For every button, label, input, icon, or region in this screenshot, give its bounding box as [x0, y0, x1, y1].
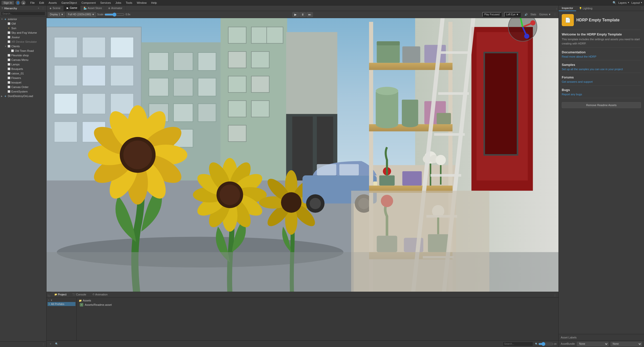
- menu-jobs[interactable]: Jobs: [113, 1, 123, 5]
- animator-tab-icon: ⊕: [108, 7, 110, 10]
- layers-dropdown[interactable]: Layers ▼: [618, 1, 629, 4]
- menu-gameobject[interactable]: GameObject: [59, 1, 79, 5]
- assets-add-button[interactable]: +: [49, 342, 53, 346]
- tree-item-clients[interactable]: ▼ ⬜ Clients: [0, 44, 46, 49]
- gizmos-button[interactable]: Gizmos ▼: [538, 12, 552, 17]
- tree-item-flowers[interactable]: ⬜ Flowers: [0, 76, 46, 80]
- tab-game[interactable]: ▶ Game: [64, 5, 80, 11]
- tree-item-caisse[interactable]: ⬜ caisse_01: [0, 71, 46, 76]
- right-panel-options-button[interactable]: ⋮: [640, 6, 644, 10]
- left-eye-button[interactable]: Left Eye ▼: [504, 12, 520, 17]
- go-icon-bouquets: ⬜: [7, 67, 11, 71]
- tab-animator[interactable]: ⊕ Animator: [105, 5, 126, 11]
- svg-point-78: [220, 185, 240, 205]
- tree-item-eventsystem[interactable]: ⬜ EventSystem: [0, 89, 46, 94]
- menu-services[interactable]: Services: [98, 1, 113, 5]
- tab-scene[interactable]: ◈ Scene: [47, 5, 64, 11]
- game-viewport[interactable]: [47, 18, 558, 292]
- svg-rect-39: [228, 76, 246, 93]
- bottom-tabs-bar: ⬛ 📁 Project ⬛ Console ⏱ Animation ⋮: [47, 292, 558, 297]
- search-icon[interactable]: 🔍: [613, 1, 616, 5]
- tree-item-lamps[interactable]: ⬜ Lamps: [0, 62, 46, 67]
- hierarchy-collapse-icon[interactable]: ☰: [2, 7, 3, 9]
- cloud-icon[interactable]: ☁: [21, 1, 26, 5]
- right-tab-lighting[interactable]: 💡 Lighting: [576, 6, 595, 11]
- bottom-tab-animation[interactable]: ⏱ Animation: [89, 292, 111, 297]
- tree-item-sky[interactable]: ⬜ Sky and Fog Volume: [0, 30, 46, 35]
- account-icon[interactable]: 👤: [16, 1, 20, 5]
- asset-bundle-select[interactable]: None: [577, 342, 608, 346]
- resolution-button[interactable]: Full HD (1920x1080) ▼: [66, 12, 96, 17]
- menu-file[interactable]: File: [28, 1, 37, 5]
- tree-item-gm[interactable]: ⬜ GM: [0, 21, 46, 26]
- svg-rect-17: [110, 94, 134, 114]
- assets-search-input[interactable]: [503, 342, 533, 346]
- menu-edit[interactable]: Edit: [37, 1, 46, 5]
- svg-rect-38: [251, 52, 269, 68]
- tab-assetstore[interactable]: 🏪 Asset Store: [80, 5, 105, 11]
- play-focused-button[interactable]: Play Focused: [482, 12, 502, 17]
- display-chevron-icon: ▼: [61, 13, 63, 16]
- assets-folder-icon: 📁: [79, 299, 82, 302]
- hierarchy-options-button[interactable]: ⋮: [41, 7, 45, 10]
- asset-item-readme[interactable]: ✦ Assets/Readme.asset: [79, 302, 556, 307]
- svg-rect-13: [82, 65, 105, 86]
- hierarchy-add-button[interactable]: +: [37, 7, 40, 10]
- scale-slider[interactable]: [104, 13, 125, 16]
- tree-item-fleuriste[interactable]: ⬜ Fleuriste shop: [0, 53, 46, 58]
- zoom-slider[interactable]: [538, 343, 553, 345]
- menu-window[interactable]: Window: [135, 1, 149, 5]
- light-icon-sun: ☀: [7, 26, 11, 30]
- documentation-link[interactable]: Read more about the HDRP: [562, 55, 596, 58]
- tree-item-dontdestroy[interactable]: ▶ ◈ DontDestroyOnLoad: [0, 94, 46, 98]
- tree-item-sun[interactable]: ☀ Sun: [0, 26, 46, 30]
- tree-item-joueur[interactable]: ⬜ Joueur: [0, 35, 46, 39]
- scale-label: Scale: [97, 13, 103, 16]
- display-button[interactable]: Display 1 ▼: [48, 12, 65, 17]
- svg-point-64: [123, 141, 152, 169]
- asset-variant-select[interactable]: None: [611, 342, 642, 346]
- menu-component[interactable]: Component: [79, 1, 98, 5]
- tree-item-xr[interactable]: ⬜ XR Device Simulator: [0, 39, 46, 44]
- viewport-options-button[interactable]: ⋮: [553, 13, 557, 17]
- svg-rect-90: [339, 164, 359, 176]
- bottom-tab-console[interactable]: ⬛ Console: [69, 292, 89, 297]
- tab-scene-label: Scene: [53, 7, 60, 10]
- menu-tools[interactable]: Tools: [124, 1, 134, 5]
- tree-item-exterior[interactable]: ▼ ◈ exterior: [0, 17, 46, 21]
- assets-search-button[interactable]: 🔍: [55, 342, 59, 346]
- animation-tab-icon: ⏱: [92, 293, 95, 296]
- center-tabs-options-button[interactable]: ⋮: [554, 7, 558, 11]
- bottom-panel-options-button[interactable]: ⋮: [553, 293, 557, 297]
- bugs-link[interactable]: Report any bugs: [562, 93, 582, 96]
- sign-in-button[interactable]: Sign In: [2, 1, 14, 5]
- tree-item-canvasorder[interactable]: ⬜ Canvas Order: [0, 85, 46, 89]
- svg-rect-112: [437, 113, 451, 124]
- svg-rect-41: [228, 101, 246, 117]
- forums-link[interactable]: Get answers and support: [562, 80, 593, 83]
- project-item-all-prefabs[interactable]: ● All Prefabs: [48, 302, 75, 306]
- step-button[interactable]: ⏭: [306, 12, 313, 17]
- layout-dropdown[interactable]: Layout ▼: [631, 1, 642, 4]
- tree-item-bouquets[interactable]: ⬜ Bouquets: [0, 67, 46, 71]
- hierarchy-search-input[interactable]: [1, 12, 45, 16]
- tree-label-flowers: Flowers: [11, 76, 21, 79]
- right-tab-inspector[interactable]: Inspector: [559, 6, 576, 11]
- remove-readme-button[interactable]: Remove Readme Assets: [562, 102, 641, 108]
- layers-chevron-icon: ▼: [627, 2, 629, 4]
- tree-item-bouquet[interactable]: ⬜ bouquet: [0, 80, 46, 85]
- svg-rect-15: [54, 94, 77, 114]
- audio-button[interactable]: 🔊: [524, 12, 529, 17]
- menu-help[interactable]: Help: [149, 1, 159, 5]
- tree-item-oldtown[interactable]: ⬜ Old Town Road: [0, 49, 46, 53]
- tree-item-canvasmenu[interactable]: ⬜ Canvas Menu: [0, 58, 46, 62]
- pause-button[interactable]: ⏸: [299, 12, 306, 17]
- go-icon-canvasmenu: ⬜: [7, 58, 11, 62]
- hierarchy-footer-options-button[interactable]: ⋮: [41, 342, 45, 346]
- stats-button[interactable]: Stats: [530, 12, 537, 17]
- play-button[interactable]: ▶: [292, 12, 299, 17]
- menu-assets[interactable]: Assets: [47, 1, 59, 5]
- bottom-tab-project[interactable]: 📁 Project: [51, 292, 69, 297]
- samples-link[interactable]: Set up all the samples you can use in yo…: [562, 68, 623, 71]
- tree-label-joueur: Joueur: [11, 36, 20, 39]
